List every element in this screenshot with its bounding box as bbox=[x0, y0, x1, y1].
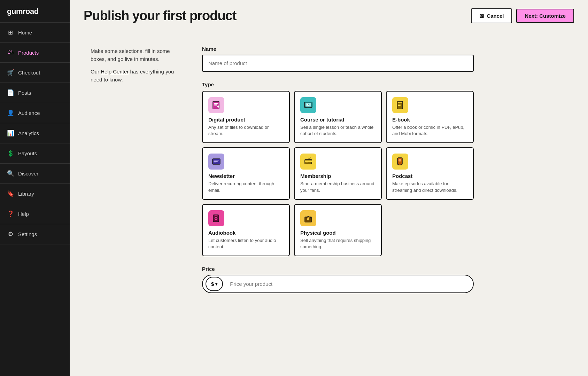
checkout-icon: 🛒 bbox=[7, 69, 14, 76]
sidebar-item-label: Discover bbox=[18, 171, 38, 177]
newsletter-desc: Deliver recurring content through email. bbox=[208, 181, 284, 193]
digital-product-name: Digital product bbox=[208, 117, 284, 123]
home-icon: ⊞ bbox=[7, 29, 14, 36]
sidebar-item-home[interactable]: ⊞ Home bbox=[0, 23, 70, 43]
price-input-wrapper: $ ▾ bbox=[202, 275, 474, 293]
course-name: Course or tutorial bbox=[300, 117, 376, 123]
course-desc: Sell a single lesson or teach a whole co… bbox=[300, 124, 376, 137]
sidebar-item-label: Library bbox=[18, 191, 34, 197]
audiobook-icon bbox=[208, 210, 224, 226]
header-actions: ⊠ Cancel Next: Customize bbox=[471, 8, 574, 23]
sidebar-item-label: Settings bbox=[18, 231, 37, 237]
name-label: Name bbox=[202, 46, 474, 52]
podcast-name: Podcast bbox=[392, 173, 467, 179]
sidebar: gumroad ⊞ Home 🛍 Products 🛒 Checkout 📄 P… bbox=[0, 0, 70, 376]
physical-desc: Sell anything that requires shipping som… bbox=[300, 237, 376, 250]
sidebar-item-label: Payouts bbox=[18, 150, 37, 156]
svg-rect-15 bbox=[214, 163, 216, 163]
type-card-newsletter[interactable]: Newsletter Deliver recurring content thr… bbox=[202, 147, 290, 199]
sidebar-item-audience[interactable]: 👤 Audience bbox=[0, 103, 70, 123]
price-input[interactable] bbox=[224, 276, 473, 292]
svg-rect-17 bbox=[305, 160, 312, 162]
sidebar-item-help[interactable]: ❓ Help bbox=[0, 204, 70, 224]
svg-point-25 bbox=[215, 218, 217, 219]
svg-rect-2 bbox=[214, 104, 217, 105]
sidebar-item-label: Audience bbox=[18, 110, 40, 116]
physical-icon bbox=[300, 210, 316, 226]
cancel-icon: ⊠ bbox=[479, 13, 484, 19]
podcast-icon bbox=[392, 154, 408, 170]
price-label: Price bbox=[202, 266, 474, 272]
right-panel: Name Type bbox=[202, 46, 474, 362]
svg-rect-13 bbox=[214, 160, 219, 160]
sidebar-item-label: Products bbox=[18, 50, 39, 56]
sidebar-item-library[interactable]: 🔖 Library bbox=[0, 184, 70, 204]
sidebar-item-products[interactable]: 🛍 Products bbox=[0, 43, 70, 63]
cancel-button[interactable]: ⊠ Cancel bbox=[471, 8, 512, 23]
logo: gumroad bbox=[0, 0, 70, 23]
membership-desc: Start a membership business around your … bbox=[300, 181, 376, 193]
svg-rect-14 bbox=[214, 161, 218, 162]
type-card-course[interactable]: Course or tutorial Sell a single lesson … bbox=[294, 91, 382, 143]
description-text: Make some selections, fill in some boxes… bbox=[91, 47, 181, 63]
type-label: Type bbox=[202, 81, 474, 87]
name-input[interactable] bbox=[202, 55, 474, 72]
ebook-icon bbox=[392, 97, 408, 113]
audience-icon: 👤 bbox=[7, 109, 14, 117]
sidebar-item-label: Help bbox=[18, 211, 29, 217]
svg-rect-6 bbox=[307, 108, 310, 108]
type-card-digital[interactable]: Digital product Any set of files to down… bbox=[202, 91, 290, 143]
svg-rect-1 bbox=[214, 103, 218, 104]
digital-product-desc: Any set of files to download or stream. bbox=[208, 124, 284, 137]
membership-icon bbox=[300, 154, 316, 170]
posts-icon: 📄 bbox=[7, 89, 14, 96]
sidebar-item-settings[interactable]: ⚙ Settings bbox=[0, 224, 70, 244]
svg-rect-22 bbox=[398, 165, 402, 165]
svg-rect-10 bbox=[398, 105, 401, 106]
products-icon: 🛍 bbox=[7, 49, 14, 56]
payouts-icon: 💲 bbox=[7, 150, 14, 157]
type-card-audiobook[interactable]: Audiobook Let customers listen to your a… bbox=[202, 204, 290, 256]
next-button[interactable]: Next: Customize bbox=[516, 9, 574, 23]
ebook-name: E-book bbox=[392, 117, 467, 123]
type-card-podcast[interactable]: Podcast Make episodes available for stre… bbox=[386, 147, 474, 199]
sidebar-item-checkout[interactable]: 🛒 Checkout bbox=[0, 63, 70, 83]
type-card-membership[interactable]: Membership Start a membership business a… bbox=[294, 147, 382, 199]
svg-rect-21 bbox=[399, 163, 401, 165]
library-icon: 🔖 bbox=[7, 190, 14, 197]
svg-rect-27 bbox=[307, 218, 309, 220]
sidebar-item-label: Checkout bbox=[18, 70, 40, 76]
sidebar-item-label: Posts bbox=[18, 90, 31, 96]
podcast-desc: Make episodes available for streaming an… bbox=[392, 181, 467, 193]
course-icon bbox=[300, 97, 316, 113]
type-card-physical[interactable]: Physical good Sell anything that require… bbox=[294, 204, 382, 256]
left-panel: Make some selections, fill in some boxes… bbox=[91, 46, 181, 362]
help-text: Our Help Center has everything you need … bbox=[91, 68, 181, 84]
settings-icon: ⚙ bbox=[7, 230, 14, 238]
currency-selector[interactable]: $ ▾ bbox=[206, 277, 223, 291]
sidebar-item-discover[interactable]: 🔍 Discover bbox=[0, 164, 70, 184]
help-icon: ❓ bbox=[7, 210, 14, 218]
sidebar-item-analytics[interactable]: 📊 Analytics bbox=[0, 123, 70, 143]
newsletter-icon bbox=[208, 154, 224, 170]
sidebar-item-posts[interactable]: 📄 Posts bbox=[0, 83, 70, 103]
physical-name: Physical good bbox=[300, 230, 376, 236]
svg-rect-11 bbox=[397, 101, 398, 109]
main-content: Publish your first product ⊠ Cancel Next… bbox=[70, 0, 588, 376]
type-card-ebook[interactable]: E-book Offer a book or comic in PDF, ePu… bbox=[386, 91, 474, 143]
membership-name: Membership bbox=[300, 173, 376, 179]
price-section: Price $ ▾ bbox=[202, 266, 474, 293]
discover-icon: 🔍 bbox=[7, 170, 14, 177]
sidebar-item-payouts[interactable]: 💲 Payouts bbox=[0, 143, 70, 164]
type-grid: Digital product Any set of files to down… bbox=[202, 91, 474, 256]
svg-rect-8 bbox=[398, 102, 402, 103]
logo-text: gumroad bbox=[7, 7, 39, 16]
content-area: Make some selections, fill in some boxes… bbox=[70, 32, 588, 376]
sidebar-item-label: Home bbox=[18, 30, 32, 36]
help-center-link[interactable]: Help Center bbox=[101, 69, 129, 75]
chevron-down-icon: ▾ bbox=[215, 282, 217, 287]
audiobook-name: Audiobook bbox=[208, 230, 284, 236]
digital-product-icon bbox=[208, 97, 224, 113]
analytics-icon: 📊 bbox=[7, 130, 14, 137]
ebook-desc: Offer a book or comic in PDF, ePub, and … bbox=[392, 124, 467, 137]
